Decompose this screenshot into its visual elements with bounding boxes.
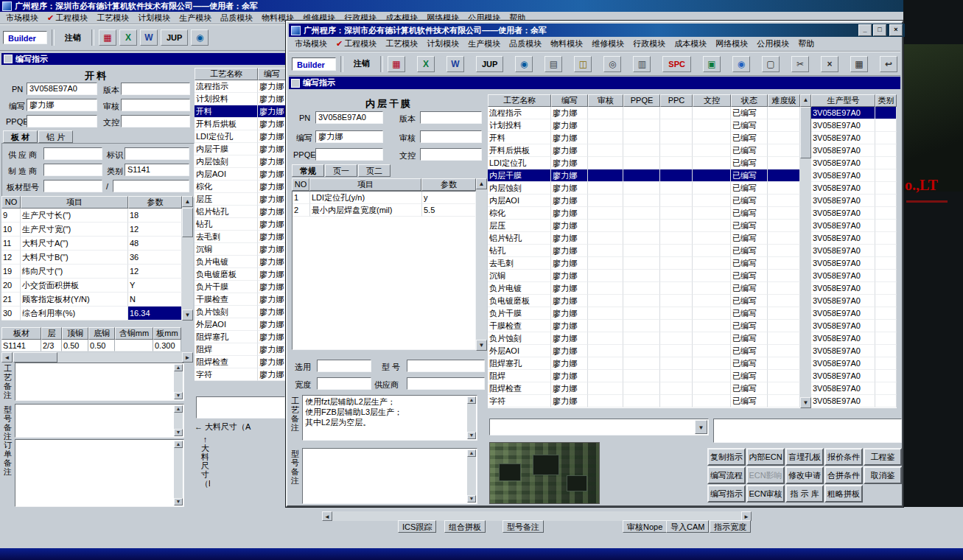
action-button-复制指示[interactable]: 复制指示 (707, 448, 746, 466)
menu-item-市场模块[interactable]: 市场模块 (1, 12, 43, 24)
writer-field[interactable]: 廖力娜 (315, 130, 383, 143)
action-button-ECN审核[interactable]: ECN审核 (746, 485, 785, 503)
model-row[interactable]: 3V058E97A0 (811, 295, 897, 307)
param-row[interactable]: 10生产尺寸宽(")12 (1, 223, 182, 237)
column-header-项目[interactable]: 项目 (21, 196, 128, 209)
builder-combo[interactable]: Builder (292, 57, 336, 71)
spc-button[interactable]: SPC (662, 56, 691, 72)
new-doc-icon[interactable]: ▢ (762, 56, 780, 72)
process-combo[interactable]: ▼ (489, 419, 709, 435)
column-header-PPC[interactable]: PPC (660, 94, 693, 107)
process-row[interactable]: 棕化廖力娜 (195, 181, 287, 193)
menu-item-工程模块[interactable]: ✔工程模块 (332, 38, 381, 50)
column-header-参数[interactable]: 参数 (421, 178, 476, 191)
menu-item-维修模块[interactable]: 维修模块 (587, 38, 628, 50)
bg-board-hscrollbar[interactable]: ◄ ► (1, 352, 193, 363)
param-row[interactable]: 12大料尺寸B(")36 (1, 251, 182, 265)
process-row[interactable]: 铝片钻孔廖力娜已编写 (488, 232, 800, 245)
action-button-内部ECN[interactable]: 内部ECN (746, 448, 785, 466)
process-row[interactable]: 干膜检查廖力娜 (195, 293, 287, 306)
process-row[interactable]: 计划投料廖力娜 (195, 93, 287, 105)
tab-board[interactable]: 板 材 (3, 130, 38, 143)
process-row[interactable]: 内层干膜廖力娜已编写 (488, 169, 800, 182)
column-header-编写[interactable]: 编写 (551, 94, 588, 107)
menu-item-品质模块[interactable]: 品质模块 (505, 38, 546, 50)
column-header-参数[interactable]: 参数 (128, 196, 182, 209)
action-button-盲埋孔板[interactable]: 盲埋孔板 (785, 448, 824, 466)
column-header-板材[interactable]: 板材 (1, 327, 41, 340)
process-row[interactable]: 阻焊塞孔廖力娜 (195, 331, 287, 343)
param-row[interactable]: 9生产尺寸长(")18 (1, 209, 182, 223)
printer-icon[interactable]: ▤ (544, 56, 562, 72)
process-row[interactable]: 沉铜廖力娜 (195, 243, 287, 256)
chart-icon[interactable]: ▣ (703, 56, 721, 72)
users-icon[interactable]: ◎ (603, 56, 621, 72)
category-field[interactable]: S1141 (125, 164, 189, 176)
column-header-工艺名称[interactable]: 工艺名称 (488, 94, 551, 107)
supplier-field[interactable] (43, 147, 102, 160)
param-row[interactable]: 2最小内层焊盘宽度(mil)5.5 (293, 204, 475, 217)
report-print-icon[interactable]: ▥ (633, 56, 651, 72)
model-row[interactable]: 3V058E97A0 (811, 357, 897, 370)
undo-icon[interactable]: ↩ (880, 56, 897, 72)
process-row[interactable]: 负片蚀刻廖力娜已编写 (488, 332, 800, 345)
version-field[interactable] (420, 111, 482, 124)
menu-item-计划模块[interactable]: 计划模块 (133, 12, 175, 24)
logout-button[interactable]: 注销 (348, 57, 376, 71)
action-button-ECN影响[interactable]: ECN影响 (746, 466, 785, 484)
param-row[interactable]: 21顾客指定板材(Y/N)N (1, 293, 182, 307)
column-header-文控[interactable]: 文控 (693, 94, 731, 107)
model-row[interactable]: 3V058E97A0 (811, 232, 897, 245)
process-row[interactable]: 开料廖力娜已编写 (488, 132, 800, 144)
process-row[interactable]: 干膜检查廖力娜已编写 (488, 320, 800, 332)
remark-box[interactable] (713, 419, 902, 443)
fg-titlebar[interactable]: 广州程序：深圳市必有德计算机软件技术有限公司——使用者：余军 _ □ × (289, 24, 905, 37)
process-row[interactable]: 铝片钻孔廖力娜 (195, 206, 287, 218)
menu-item-网络模块[interactable]: 网络模块 (711, 38, 752, 50)
model-row[interactable]: 3V058E97A0 (811, 195, 897, 207)
process-row[interactable]: LDI定位孔廖力娜已编写 (488, 157, 800, 169)
process-row[interactable]: 负片干膜廖力娜 (195, 281, 287, 293)
menu-item-生产模块[interactable]: 生产模块 (463, 38, 505, 50)
column-header-审核[interactable]: 审核 (588, 94, 623, 107)
column-header-编写[interactable]: 编写 (258, 68, 286, 80)
process-row[interactable]: 内层蚀刻廖力娜已编写 (488, 182, 800, 195)
menu-item-计划模块[interactable]: 计划模块 (422, 38, 463, 50)
pn-field[interactable]: 3V058E97A0 (27, 83, 97, 95)
process-row[interactable]: 开料后烘板廖力娜 (195, 118, 287, 130)
process-row[interactable]: 阻焊廖力娜 (195, 343, 287, 356)
process-row[interactable]: 字符廖力娜 (195, 368, 287, 381)
model-row[interactable]: 3V058E97A0 (811, 107, 897, 119)
excel-icon[interactable]: X (417, 56, 435, 72)
column-header-生产型号[interactable]: 生产型号 (811, 94, 875, 107)
fg-param-scrollbar[interactable]: ▲ ▼ (476, 178, 487, 351)
model-row[interactable]: 3V058E97A0 (811, 257, 897, 270)
column-header-层[interactable]: 层 (41, 327, 62, 340)
action-button-合拼条件[interactable]: 合拼条件 (824, 466, 863, 484)
model-row[interactable]: 3V058E97A0 (811, 144, 897, 157)
model-row[interactable]: 3V058E97A0 (811, 382, 897, 395)
model-row[interactable]: 3V058E97A0 (811, 245, 897, 257)
process-row[interactable]: 内层AOI廖力娜 (195, 168, 287, 181)
column-header-状态[interactable]: 状态 (731, 94, 768, 107)
maker-field[interactable] (43, 164, 102, 176)
action-button-工程鉴[interactable]: 工程鉴 (864, 448, 902, 466)
combo-dropdown-icon[interactable]: ▼ (695, 420, 707, 434)
maximize-button[interactable]: □ (873, 24, 886, 36)
process-row[interactable]: 字符廖力娜已编写 (488, 395, 800, 407)
logout-button[interactable]: 注销 (59, 31, 87, 45)
action-button-指 示 库[interactable]: 指 示 库 (785, 485, 824, 503)
bottom-button-型号备注[interactable]: 型号备注 (502, 520, 544, 533)
menu-item-公用模块[interactable]: 公用模块 (752, 38, 794, 50)
process-row[interactable]: 流程指示廖力娜 (195, 80, 287, 93)
model-row[interactable]: 3V058E97A0 (811, 132, 897, 144)
process-row[interactable]: 层压廖力娜 (195, 193, 287, 206)
param-row[interactable]: 1LDI定位孔(y/n)y (293, 192, 475, 204)
column-header-含铜mm[interactable]: 含铜mm (115, 327, 153, 340)
note-scrollbar[interactable]: ▲▼ (174, 405, 183, 436)
process-row[interactable]: 负片电镀廖力娜已编写 (488, 282, 800, 295)
note-scrollbar[interactable]: ▲▼ (174, 364, 183, 399)
process-row[interactable]: 阻焊检查廖力娜 (195, 356, 287, 368)
fg-panel-titlebar[interactable]: 编写指示 (289, 77, 900, 89)
pn-field[interactable]: 3V058E97A0 (315, 111, 383, 124)
